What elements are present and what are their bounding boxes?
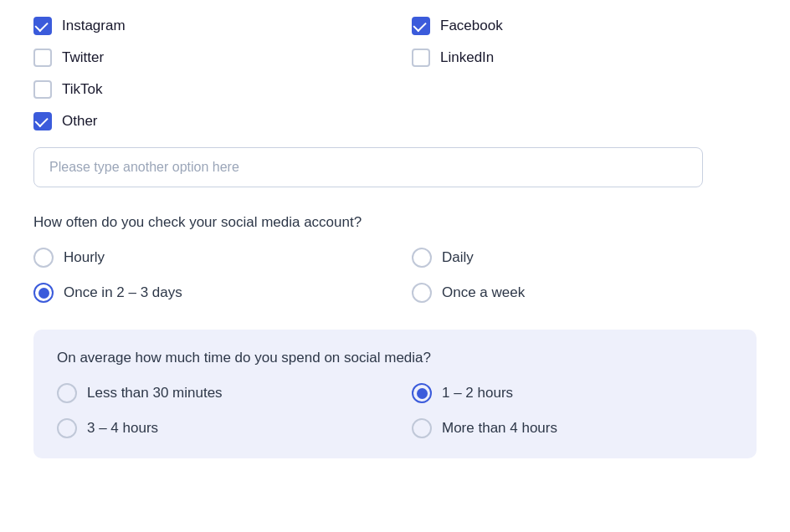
checkbox-tiktok[interactable] [33, 80, 52, 99]
checkbox-item-linkedin[interactable]: LinkedIn [412, 49, 757, 67]
checkbox-facebook[interactable] [412, 17, 430, 35]
radio-label-less-30: Less than 30 minutes [87, 385, 223, 402]
question1-label: How often do you check your social media… [33, 214, 757, 231]
radio-item-3-4-hours[interactable]: 3 – 4 hours [57, 418, 378, 438]
radio-label-more-4-hours: More than 4 hours [442, 420, 557, 437]
checkbox-label-tiktok: TikTok [62, 81, 103, 98]
checkbox-twitter[interactable] [33, 49, 52, 67]
radio-label-3-4-hours: 3 – 4 hours [87, 420, 158, 437]
radio-label-once-week: Once a week [442, 284, 525, 301]
checkbox-label-facebook: Facebook [440, 18, 503, 34]
radio-hourly[interactable] [33, 248, 54, 268]
other-text-input[interactable] [33, 147, 703, 187]
checkbox-linkedin[interactable] [412, 49, 430, 67]
question2-label: On average how much time do you spend on… [57, 350, 733, 366]
radio-once-2-3[interactable] [33, 283, 54, 303]
radio-item-more-4-hours[interactable]: More than 4 hours [412, 418, 733, 438]
checkbox-instagram[interactable] [33, 17, 52, 35]
radio-item-once-2-3[interactable]: Once in 2 – 3 days [33, 283, 378, 303]
checkbox-item-twitter[interactable]: Twitter [33, 49, 378, 67]
checkbox-label-other: Other [62, 113, 98, 130]
radio-label-daily: Daily [442, 249, 474, 266]
checkbox-other[interactable] [33, 112, 52, 130]
radio-item-daily[interactable]: Daily [412, 248, 757, 268]
question2-section: On average how much time do you spend on… [33, 330, 757, 458]
radio-label-1-2-hours: 1 – 2 hours [442, 385, 513, 402]
question1-section: How often do you check your social media… [33, 214, 757, 303]
social-platforms-section: Instagram Facebook Twitter LinkedIn TikT… [33, 17, 757, 187]
radio-label-hourly: Hourly [64, 249, 105, 266]
checkbox-item-facebook[interactable]: Facebook [412, 17, 757, 35]
radio-item-once-week[interactable]: Once a week [412, 283, 757, 303]
radio-label-once-2-3: Once in 2 – 3 days [64, 284, 182, 301]
radio-more-4-hours[interactable] [412, 418, 432, 438]
radio-item-1-2-hours[interactable]: 1 – 2 hours [412, 383, 733, 403]
question1-radio-grid: Hourly Daily Once in 2 – 3 days Once a w… [33, 248, 757, 303]
checkbox-label-twitter: Twitter [62, 49, 104, 66]
radio-once-week[interactable] [412, 283, 432, 303]
radio-1-2-hours[interactable] [412, 383, 432, 403]
checkbox-label-linkedin: LinkedIn [440, 49, 494, 66]
checkbox-grid: Instagram Facebook Twitter LinkedIn TikT… [33, 17, 757, 130]
radio-3-4-hours[interactable] [57, 418, 77, 438]
radio-item-hourly[interactable]: Hourly [33, 248, 378, 268]
question2-radio-grid: Less than 30 minutes 1 – 2 hours 3 – 4 h… [57, 383, 733, 438]
checkbox-item-instagram[interactable]: Instagram [33, 17, 378, 35]
checkbox-item-other[interactable]: Other [33, 112, 378, 130]
checkbox-label-instagram: Instagram [62, 18, 126, 34]
radio-daily[interactable] [412, 248, 432, 268]
checkbox-item-tiktok[interactable]: TikTok [33, 80, 378, 99]
radio-less-30[interactable] [57, 383, 77, 403]
radio-item-less-30[interactable]: Less than 30 minutes [57, 383, 378, 403]
